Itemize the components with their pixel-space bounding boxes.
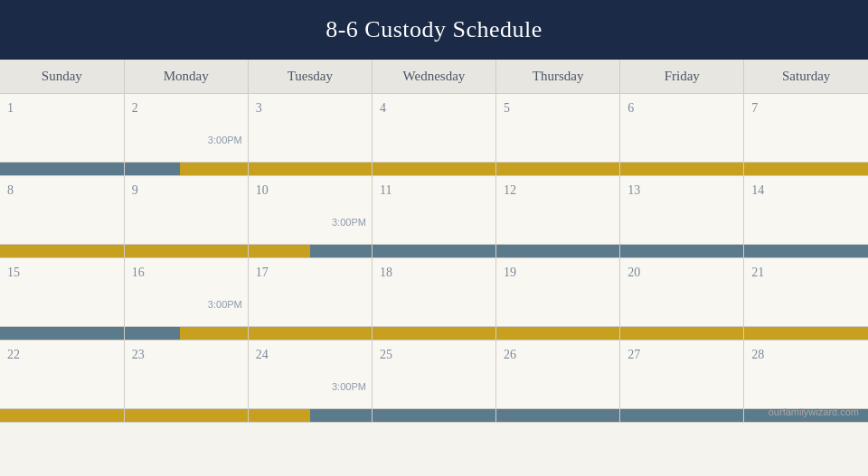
time-label: 3:00PM <box>332 217 366 228</box>
cell-day-14: 14 <box>744 176 868 245</box>
day-number: 26 <box>504 348 516 361</box>
day-number: 19 <box>504 266 516 279</box>
header-row: Sunday Monday Tuesday Wednesday Thursday… <box>0 60 868 94</box>
cell-day-9: 9 <box>124 176 248 245</box>
cell-day-2: 23:00PM <box>124 94 248 163</box>
cell-day-26: 26 <box>496 341 620 409</box>
bar-cell-3-0 <box>0 327 124 341</box>
bar-cell-2-0 <box>0 245 124 258</box>
day-number: 25 <box>380 348 392 361</box>
bar-cell-3-4 <box>496 327 620 341</box>
cell-day-18: 18 <box>372 258 495 327</box>
cell-day-11: 11 <box>372 176 495 245</box>
bar-row-3 <box>0 327 868 341</box>
bar-cell-4-4 <box>496 409 620 423</box>
day-number: 28 <box>751 348 764 361</box>
cell-day-1: 1 <box>0 94 124 163</box>
col-friday: Friday <box>620 60 744 94</box>
bar-cell-1-3 <box>372 163 495 176</box>
bar-cell-4-0 <box>0 409 124 423</box>
day-number: 20 <box>627 266 640 279</box>
cell-day-13: 13 <box>620 176 744 245</box>
week-row-1: 123:00PM34567 <box>0 94 868 163</box>
day-number: 22 <box>7 348 20 361</box>
bar-cell-1-6 <box>744 163 868 176</box>
cell-day-3: 3 <box>248 94 372 163</box>
bar-cell-2-3 <box>372 245 495 258</box>
day-number: 21 <box>751 266 764 279</box>
cell-day-17: 17 <box>248 258 372 327</box>
cell-day-6: 6 <box>620 94 744 163</box>
day-number: 15 <box>7 266 20 279</box>
day-number: 6 <box>627 101 634 115</box>
day-number: 13 <box>627 183 640 197</box>
bar-cell-4-5 <box>620 409 744 423</box>
cell-day-27: 27 <box>620 341 744 409</box>
week-row-2: 89103:00PM11121314 <box>0 176 868 245</box>
bar-row-1 <box>0 163 868 176</box>
bar-cell-3-5 <box>620 327 744 341</box>
day-number: 4 <box>380 101 386 115</box>
day-number: 14 <box>751 183 764 197</box>
day-number: 10 <box>256 183 269 197</box>
cell-day-24: 243:00PM <box>248 341 372 409</box>
cell-day-23: 23 <box>124 341 248 409</box>
calendar-table: Sunday Monday Tuesday Wednesday Thursday… <box>0 60 868 423</box>
day-number: 24 <box>256 348 269 361</box>
cell-day-21: 21 <box>744 258 868 327</box>
day-number: 18 <box>380 266 392 279</box>
cell-day-22: 22 <box>0 341 124 409</box>
cell-day-10: 103:00PM <box>248 176 372 245</box>
time-label: 3:00PM <box>208 299 242 310</box>
col-sunday: Sunday <box>0 60 124 94</box>
bar-cell-2-4 <box>496 245 620 258</box>
bar-row-2 <box>0 245 868 258</box>
col-monday: Monday <box>124 60 248 94</box>
col-tuesday: Tuesday <box>248 60 372 94</box>
cell-day-8: 8 <box>0 176 124 245</box>
bar-cell-1-2 <box>248 163 372 176</box>
week-row-3: 15163:00PM1718192021 <box>0 258 868 327</box>
day-number: 8 <box>7 183 14 197</box>
calendar-wrapper: Sunday Monday Tuesday Wednesday Thursday… <box>0 60 868 423</box>
bar-cell-2-6 <box>744 245 868 258</box>
bar-cell-2-1 <box>124 245 248 258</box>
bar-cell-3-2 <box>248 327 372 341</box>
bar-cell-1-5 <box>620 163 744 176</box>
bar-row-4 <box>0 409 868 423</box>
cell-day-7: 7 <box>744 94 868 163</box>
bar-cell-4-1 <box>124 409 248 423</box>
col-wednesday: Wednesday <box>372 60 495 94</box>
page-title: 8-6 Custody Schedule <box>326 16 542 42</box>
bar-cell-4-2 <box>248 409 372 423</box>
bar-cell-1-0 <box>0 163 124 176</box>
week-row-4: 2223243:00PM25262728 <box>0 341 868 409</box>
bar-cell-1-4 <box>496 163 620 176</box>
day-number: 27 <box>627 348 640 361</box>
day-number: 5 <box>504 101 510 115</box>
bar-cell-4-3 <box>372 409 495 423</box>
cell-day-25: 25 <box>372 341 495 409</box>
day-number: 23 <box>132 348 145 361</box>
time-label: 3:00PM <box>332 381 366 392</box>
bar-cell-3-3 <box>372 327 495 341</box>
col-saturday: Saturday <box>744 60 868 94</box>
day-number: 12 <box>504 183 516 197</box>
bar-cell-2-2 <box>248 245 372 258</box>
watermark: ourfamilywizard.com <box>769 406 859 417</box>
cell-day-4: 4 <box>372 94 495 163</box>
day-number: 2 <box>132 101 138 115</box>
day-number: 3 <box>256 101 262 115</box>
cell-day-15: 15 <box>0 258 124 327</box>
bar-cell-3-6 <box>744 327 868 341</box>
calendar-header: Sunday Monday Tuesday Wednesday Thursday… <box>0 60 868 94</box>
day-number: 11 <box>380 183 392 197</box>
time-label: 3:00PM <box>208 135 242 145</box>
cell-day-12: 12 <box>496 176 620 245</box>
bar-cell-2-5 <box>620 245 744 258</box>
day-number: 1 <box>7 101 14 115</box>
calendar-body: 123:00PM3456789103:00PM1112131415163:00P… <box>0 94 868 423</box>
cell-day-19: 19 <box>496 258 620 327</box>
cell-day-28: 28 <box>744 341 868 409</box>
cell-day-20: 20 <box>620 258 744 327</box>
